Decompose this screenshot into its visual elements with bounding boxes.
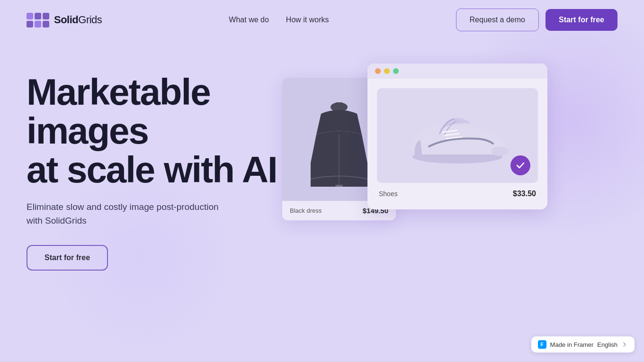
check-icon — [515, 160, 526, 171]
framer-icon: F — [538, 340, 546, 349]
nav-links: What we do How it works — [229, 16, 329, 24]
shoe-price: $33.50 — [513, 190, 536, 198]
language-label: English — [597, 341, 617, 348]
start-for-free-nav-button[interactable]: Start for free — [546, 9, 617, 31]
svg-rect-3 — [335, 185, 343, 187]
nav-link-how-it-works[interactable]: How it works — [286, 16, 329, 24]
logo-grid-icon — [27, 13, 49, 27]
browser-dot-yellow — [384, 68, 390, 74]
logo-cell — [35, 21, 41, 27]
logo-cell — [27, 21, 33, 27]
logo-cell — [27, 13, 33, 19]
browser-card: Shoes $33.50 — [367, 63, 547, 209]
logo-cell — [35, 13, 41, 19]
nav-actions: Request a demo Start for free — [456, 9, 617, 31]
browser-body: Shoes $33.50 — [367, 79, 547, 209]
start-for-free-hero-button[interactable]: Start for free — [27, 245, 108, 271]
framer-badge[interactable]: F Made in Framer English — [531, 336, 635, 353]
hero-images: Black dress $149.50 — [273, 59, 617, 305]
navbar: SolidGrids What we do How it works Reque… — [0, 0, 644, 40]
dress-illustration — [311, 92, 367, 187]
hero-left: Marketable images at scale with AI Elimi… — [27, 59, 292, 271]
hero-subtitle: Eliminate slow and costly image post-pro… — [27, 200, 225, 228]
shoe-footer: Shoes $33.50 — [377, 183, 538, 200]
check-badge — [510, 155, 530, 175]
shoe-image-area — [377, 88, 538, 183]
shoe-name: Shoes — [379, 190, 398, 198]
shoe-illustration — [401, 105, 514, 166]
request-demo-button[interactable]: Request a demo — [456, 9, 539, 31]
nav-link-what-we-do[interactable]: What we do — [229, 16, 268, 24]
logo[interactable]: SolidGrids — [27, 13, 102, 27]
logo-cell — [43, 13, 49, 19]
hero-section: Marketable images at scale with AI Elimi… — [0, 40, 644, 305]
browser-topbar — [367, 63, 547, 79]
framer-made-in: Made in Framer — [550, 341, 594, 348]
logo-cell — [43, 21, 49, 27]
svg-rect-1 — [336, 102, 342, 109]
dress-name: Black dress — [290, 207, 322, 214]
hero-title: Marketable images at scale with AI — [27, 73, 292, 190]
browser-dot-green — [393, 68, 399, 74]
chevron-right-icon — [621, 341, 628, 348]
svg-point-5 — [492, 146, 509, 156]
logo-text: SolidGrids — [54, 14, 102, 26]
browser-dot-red — [375, 68, 381, 74]
